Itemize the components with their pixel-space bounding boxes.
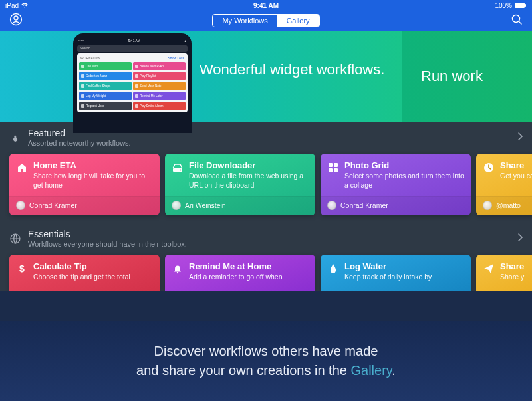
card-desc: Keep track of daily intake by	[344, 273, 432, 282]
avatar	[16, 201, 25, 210]
workflow-card[interactable]: Remind Me at HomeAdd a reminder to go of…	[165, 255, 315, 291]
phone-tile: Play Playlist	[133, 72, 186, 80]
wifi-icon	[21, 2, 28, 9]
card-footer: @matto	[476, 196, 532, 215]
phone-tile: Play Entire Album	[133, 102, 186, 110]
status-left: iPad	[5, 2, 28, 9]
tab-gallery[interactable]: Gallery	[277, 15, 319, 27]
tab-my-workflows[interactable]: My Workflows	[213, 15, 277, 27]
section-header-essentials[interactable]: Essentials Workflows everyone should hav…	[0, 223, 532, 252]
card-author: Conrad Kramer	[340, 201, 388, 209]
featured-card-row: Home ETAShare how long it will take for …	[0, 151, 532, 223]
section-essentials: Essentials Workflows everyone should hav…	[0, 223, 532, 291]
svg-rect-1	[525, 4, 527, 7]
status-time: 9:41 AM	[253, 2, 279, 9]
card-title: Remind Me at Home	[189, 261, 282, 271]
card-title: Share	[500, 261, 524, 271]
essentials-title: Essentials	[28, 229, 187, 239]
hero-banner: •••••9:41 AM● Search WORKFLOW Show Less …	[0, 31, 532, 122]
card-author: @matto	[496, 201, 521, 209]
card-title: Home ETA	[33, 160, 153, 170]
card-title: Calculate Tip	[33, 261, 130, 271]
svg-rect-10	[329, 168, 332, 172]
hero-card-widgets[interactable]: •••••9:41 AM● Search WORKFLOW Show Less …	[0, 31, 402, 122]
phone-tile: Colbert vs Noah	[79, 72, 132, 80]
card-desc: Download a file from the web using a URL…	[189, 172, 309, 190]
home-icon	[16, 162, 28, 174]
search-icon[interactable]	[511, 13, 523, 28]
svg-rect-8	[329, 163, 332, 167]
essentials-card-row: $Calculate TipChoose the tip and get the…	[0, 252, 532, 291]
card-footer: Ari Weinstein	[165, 196, 315, 215]
svg-point-15	[177, 272, 178, 273]
grid-icon	[327, 162, 339, 174]
card-title: File Downloader	[189, 160, 309, 170]
card-author: Ari Weinstein	[185, 201, 226, 209]
gallery-link[interactable]: Gallery	[350, 363, 392, 378]
section-featured: Featured Assorted noteworthy workflows. …	[0, 122, 532, 223]
device-label: iPad	[5, 2, 19, 9]
workflow-card[interactable]: Log WaterKeep track of daily intake by	[321, 255, 471, 291]
status-bar: iPad 9:41 AM 100%	[0, 0, 532, 11]
card-desc: Get you calend	[500, 172, 532, 181]
hero-widgets-title: Wonderful widget workflows.	[200, 61, 384, 78]
card-desc: Share how long it will take for you to g…	[33, 172, 153, 190]
drop-icon	[327, 263, 339, 275]
hero-card-run[interactable]: Run work	[402, 31, 532, 122]
workflow-card[interactable]: ShareShare y	[476, 255, 532, 291]
workflow-card[interactable]: $Calculate TipChoose the tip and get the…	[9, 255, 160, 291]
essentials-subtitle: Workflows everyone should have in their …	[28, 240, 187, 248]
chevron-right-icon	[517, 232, 523, 244]
send-icon	[483, 263, 495, 275]
svg-rect-11	[334, 168, 338, 172]
card-footer: Conrad Kramer	[9, 196, 160, 215]
phone-tile: Remind Me Later	[133, 92, 186, 100]
phone-tile: Call Mom	[79, 62, 132, 70]
svg-line-5	[519, 21, 521, 24]
phone-tile: Bike to Next Event	[133, 62, 186, 70]
promo-line2: and share your own creations in the Gall…	[136, 361, 396, 380]
phone-tile: Send Me a Note	[133, 82, 186, 90]
card-footer: Conrad Kramer	[321, 196, 471, 215]
svg-rect-0	[515, 3, 525, 8]
card-title: Share	[500, 160, 532, 170]
phone-widget: WORKFLOW Show Less Call MomBike to Next …	[77, 53, 188, 112]
svg-text:$: $	[19, 263, 25, 274]
featured-subtitle: Assorted noteworthy workflows.	[28, 139, 131, 147]
phone-tile: Request Uber	[79, 102, 132, 110]
card-desc: Add a reminder to go off when	[189, 273, 282, 282]
svg-rect-9	[334, 163, 338, 167]
dollar-icon: $	[16, 263, 28, 275]
status-right: 100%	[495, 2, 527, 9]
card-desc: Select some photos and turn them into a …	[344, 172, 464, 190]
profile-icon[interactable]	[9, 13, 23, 29]
workflow-card[interactable]: Home ETAShare how long it will take for …	[9, 154, 160, 215]
workflow-card[interactable]: Photo GridSelect some photos and turn th…	[321, 154, 471, 215]
svg-point-3	[14, 16, 18, 20]
bell-icon	[172, 263, 184, 275]
nav-bar: My Workflows Gallery	[0, 11, 532, 31]
phone-tile: Log My Weight	[79, 92, 132, 100]
card-desc: Choose the tip and get the total	[33, 273, 130, 282]
segmented-control: My Workflows Gallery	[212, 14, 319, 27]
section-header-featured[interactable]: Featured Assorted noteworthy workflows.	[0, 122, 532, 151]
card-title: Log Water	[344, 261, 432, 271]
promo-line1: Discover workflows others have made	[136, 342, 396, 361]
battery-icon	[515, 2, 527, 9]
card-author: Conrad Kramer	[29, 201, 77, 209]
card-title: Photo Grid	[344, 160, 464, 170]
promo-footer: Discover workflows others have made and …	[0, 321, 532, 401]
featured-title: Featured	[28, 128, 131, 138]
phone-mockup: •••••9:41 AM● Search WORKFLOW Show Less …	[73, 33, 192, 133]
battery-label: 100%	[495, 2, 512, 9]
phone-search: Search	[77, 45, 188, 52]
hdd-icon	[172, 162, 184, 174]
chevron-right-icon	[517, 131, 523, 143]
workflow-card[interactable]: File DownloaderDownload a file from the …	[165, 154, 315, 215]
flame-icon	[9, 132, 21, 144]
workflow-card[interactable]: ShareGet you calend@matto	[476, 154, 532, 215]
avatar	[483, 201, 492, 210]
globe-icon	[9, 233, 21, 245]
svg-point-7	[180, 170, 181, 171]
avatar	[327, 201, 336, 210]
